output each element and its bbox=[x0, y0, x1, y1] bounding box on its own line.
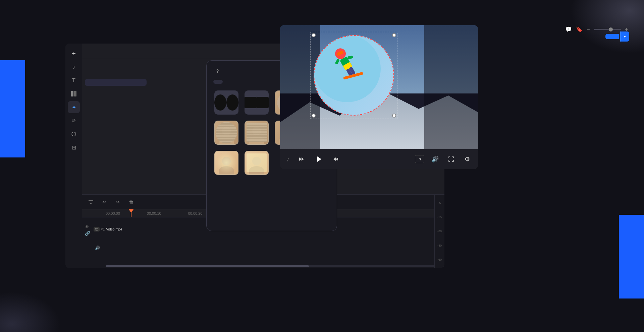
meter-label-30: -30 bbox=[437, 229, 442, 233]
aspect-ratio-btn[interactable]: ▾ bbox=[415, 155, 424, 163]
mask-handle-tr[interactable] bbox=[392, 33, 396, 37]
effect-slow-motion[interactable] bbox=[85, 116, 147, 123]
export-dropdown-btn[interactable]: ▾ bbox=[620, 31, 629, 42]
mask-thumb-pixel-ellipse bbox=[214, 121, 238, 145]
meter-label-60: -60 bbox=[437, 258, 442, 261]
track-filename: Video.mp4 bbox=[106, 227, 122, 231]
help-icon[interactable]: ? bbox=[216, 68, 219, 74]
bg-noise-bl bbox=[0, 292, 60, 332]
h-scrollbar-thumb[interactable] bbox=[106, 265, 309, 267]
settings-btn[interactable]: ⚙ bbox=[462, 154, 473, 164]
mask-pixel-ellipse[interactable] bbox=[213, 121, 239, 147]
effect-background-removal[interactable] bbox=[85, 94, 147, 101]
delete-btn[interactable]: 🗑 bbox=[126, 197, 136, 207]
forward-btn[interactable] bbox=[330, 154, 341, 164]
mask-thumb-black-ellipse bbox=[214, 90, 238, 115]
v-meter: -5 -15 -30 -40 -60 bbox=[434, 195, 444, 268]
mask-handle-br[interactable] bbox=[392, 114, 396, 118]
h-scrollbar[interactable] bbox=[106, 265, 444, 267]
effects-icon[interactable]: ✦ bbox=[68, 101, 80, 113]
accent-left bbox=[0, 60, 25, 157]
music-icon[interactable]: ♪ bbox=[68, 61, 80, 73]
tab-mask-properties[interactable] bbox=[224, 80, 233, 84]
grid-icon[interactable]: ⊞ bbox=[68, 141, 80, 153]
effect-stabilization[interactable] bbox=[85, 64, 147, 71]
top-action-bar: 💬 🔖 − + ▾ bbox=[565, 26, 635, 32]
mask-thumb-bright-ellipse bbox=[214, 151, 238, 175]
zoom-minus-btn[interactable]: − bbox=[587, 26, 590, 32]
ruler-mark-0: 00:00:00 bbox=[106, 211, 120, 215]
chevron-down-icon: ▾ bbox=[419, 157, 421, 161]
mask-bright-ellipse[interactable] bbox=[213, 151, 239, 177]
time-separator: / bbox=[287, 156, 289, 162]
mask-circle-border bbox=[314, 35, 394, 116]
tab-motion-tracking[interactable] bbox=[235, 80, 244, 84]
effect-highlight-conceal[interactable] bbox=[85, 79, 147, 86]
track-left-icons: 👁 🔗 bbox=[82, 224, 92, 236]
mask-black-rect[interactable] bbox=[244, 90, 270, 117]
svg-rect-0 bbox=[71, 91, 73, 96]
time-display: / bbox=[285, 156, 291, 162]
volume-btn[interactable]: 🔊 bbox=[430, 154, 440, 164]
ruler-mark-2: 00:00:20 bbox=[188, 211, 203, 215]
mask-overlay[interactable] bbox=[314, 35, 394, 116]
export-button[interactable] bbox=[605, 34, 619, 39]
undo-btn[interactable]: ↩ bbox=[100, 197, 109, 207]
fx-badge: fx bbox=[94, 227, 100, 231]
project-length bbox=[106, 261, 107, 265]
fullscreen-btn[interactable] bbox=[446, 154, 457, 164]
text-icon[interactable]: T bbox=[68, 74, 80, 86]
svg-rect-1 bbox=[74, 91, 76, 96]
track-eye-icon[interactable]: 👁 bbox=[85, 224, 92, 229]
accent-right bbox=[619, 215, 644, 298]
meter-label-5: -5 bbox=[438, 201, 441, 205]
timeline-filter-btn[interactable] bbox=[86, 197, 96, 207]
filter-icon[interactable] bbox=[68, 128, 80, 140]
sticker-icon[interactable]: ☺ bbox=[68, 115, 80, 127]
mask-pixel-rect[interactable] bbox=[244, 121, 270, 147]
ruler-mark-1: 00:00:10 bbox=[147, 211, 161, 215]
mask-thumb-pixel-rect bbox=[245, 121, 269, 145]
track-number: ×1 bbox=[101, 227, 105, 231]
rewind-btn[interactable] bbox=[296, 154, 307, 164]
effects-panel bbox=[82, 58, 149, 194]
mask-black-ellipse[interactable] bbox=[213, 90, 239, 117]
audio-track-icon[interactable]: 🔊 bbox=[95, 246, 100, 250]
preview-window: / ▾ 🔊 ⚙ bbox=[280, 25, 478, 169]
mask-bright-rect[interactable] bbox=[244, 151, 270, 177]
zoom-slider-thumb[interactable] bbox=[609, 27, 613, 31]
playhead-indicator bbox=[129, 209, 133, 213]
tab-masks[interactable] bbox=[213, 80, 223, 84]
effect-animation[interactable] bbox=[85, 72, 147, 78]
play-button[interactable] bbox=[312, 153, 325, 165]
mask-thumb-black-rect bbox=[245, 90, 269, 115]
track-link-icon[interactable]: 🔗 bbox=[85, 231, 92, 236]
add-button[interactable]: + bbox=[68, 48, 80, 60]
mask-handle-tl[interactable] bbox=[312, 33, 316, 37]
export-area: ▾ bbox=[605, 31, 629, 42]
zoom-slider[interactable] bbox=[594, 29, 621, 30]
bookmark-icon[interactable]: 🔖 bbox=[576, 26, 583, 32]
redo-btn[interactable]: ↪ bbox=[113, 197, 122, 207]
speech-bubble-icon[interactable]: 💬 bbox=[565, 26, 572, 32]
meter-label-40: -40 bbox=[437, 244, 442, 247]
mask-handle-bl[interactable] bbox=[312, 114, 316, 118]
svg-marker-13 bbox=[317, 156, 321, 162]
effect-chroma-key[interactable] bbox=[85, 86, 147, 93]
hc-modal-title: ? bbox=[213, 68, 219, 74]
preview-dark-right bbox=[424, 25, 478, 149]
mask-thumb-bright-rect bbox=[245, 151, 269, 175]
preview-video bbox=[280, 25, 478, 149]
meter-label-15: -15 bbox=[437, 215, 442, 219]
preview-controls: / ▾ 🔊 ⚙ bbox=[280, 149, 478, 169]
effect-scene-detection[interactable] bbox=[85, 101, 147, 108]
audio-track-row: 🔊 bbox=[82, 243, 444, 253]
transition-icon[interactable] bbox=[68, 88, 80, 100]
effect-logo[interactable] bbox=[85, 109, 147, 115]
playhead[interactable] bbox=[131, 209, 131, 217]
sidebar: + ♪ T ✦ ☺ ⊞ bbox=[65, 44, 82, 268]
